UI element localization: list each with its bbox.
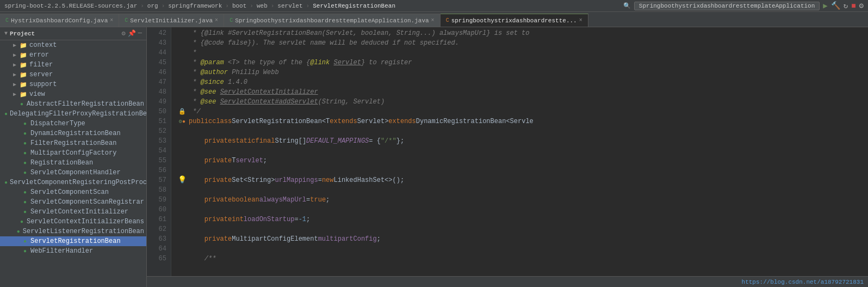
sidebar-item-server[interactable]: ▶ 📁 server xyxy=(0,70,146,80)
sidebar-gear-icon[interactable]: ⚙ xyxy=(122,29,126,38)
code-line-63: private MultipartConfigElement multipart… xyxy=(178,234,868,244)
tab-app-main[interactable]: C Springboothystrixdashboardresttemplate… xyxy=(224,14,441,27)
sidebar-item-webfilter[interactable]: ● WebFilterHandler xyxy=(0,246,146,256)
sidebar-title: Project xyxy=(10,30,35,37)
sidebar-item-label: ServletRegistrationBean xyxy=(30,237,121,245)
sidebar-item-context[interactable]: ▶ 📁 context xyxy=(0,40,146,50)
sidebar-pin-icon[interactable]: 📌 xyxy=(128,29,136,38)
code-line-54 xyxy=(178,146,868,156)
sidebar-item-servletcompscan[interactable]: ● ServletComponentScan xyxy=(0,187,146,197)
settings-button[interactable]: ⚙ xyxy=(859,1,864,10)
tab-icon-0: C xyxy=(5,17,9,23)
sidebar-item-error[interactable]: ▶ 📁 error xyxy=(0,50,146,60)
sidebar-item-label: AbstractFilterRegistrationBean xyxy=(27,100,144,108)
arrow-icon: ▶ xyxy=(13,81,18,88)
sidebar-item-label: error xyxy=(29,51,49,59)
sidebar-collapse-icon[interactable]: ▼ xyxy=(4,30,8,36)
class-icon: ● xyxy=(22,190,28,196)
run-button[interactable]: ▶ xyxy=(823,1,827,10)
sidebar-item-abstractfilter[interactable]: ● AbstractFilterRegistrationBean xyxy=(0,99,146,109)
sidebar-item-label: MultipartConfigFactory xyxy=(30,149,116,157)
folder-icon: 📁 xyxy=(20,52,27,59)
folder-icon: 📁 xyxy=(20,62,27,69)
sidebar-item-servletctxinit[interactable]: ● ServletContextInitializer xyxy=(0,207,146,217)
sidebar-item-support[interactable]: ▶ 📁 support xyxy=(0,80,146,89)
code-line-65: /** xyxy=(178,254,868,264)
gutter-57: 💡 xyxy=(178,175,187,185)
project-sidebar: ▼ Project ⚙ 📌 — ▶ 📁 context ▶ 📁 error ▶ … xyxy=(0,27,147,287)
sidebar-item-view[interactable]: ▶ 📁 view xyxy=(0,89,146,99)
build-button[interactable]: 🔨 xyxy=(831,1,840,10)
sidebar-item-servletreg[interactable]: ● ServletRegistrationBean xyxy=(0,236,146,246)
sidebar-item-servletcompscanreg[interactable]: ● ServletComponentScanRegistrar xyxy=(0,197,146,207)
breadcrumb-boot[interactable]: boot xyxy=(232,3,246,9)
arrow-icon: ▶ xyxy=(13,71,18,78)
sidebar-item-multipart[interactable]: ● MultipartConfigFactory xyxy=(0,148,146,158)
tab-close-3[interactable]: × xyxy=(579,17,582,23)
search-icon: 🔍 xyxy=(623,2,631,9)
breadcrumb-web[interactable]: web xyxy=(257,3,268,9)
class-icon: ● xyxy=(19,219,24,225)
run-config-name[interactable]: SpringboothystrixdashboardresttemplateAp… xyxy=(634,2,820,10)
tab-close-0[interactable]: × xyxy=(110,17,113,23)
sidebar-item-dispatchertype[interactable]: ● DispatcherType xyxy=(0,119,146,129)
sidebar-item-servletcomp[interactable]: ● ServletComponentHandler xyxy=(0,168,146,178)
update-button[interactable]: ↻ xyxy=(844,1,848,10)
code-line-45: * @param <T> the type of the {@link Serv… xyxy=(178,58,868,68)
breadcrumb-org[interactable]: org xyxy=(147,3,158,9)
breadcrumb-servlet[interactable]: servlet xyxy=(277,3,302,9)
class-icon: ● xyxy=(22,131,28,137)
tab-label-3: springboothystrixdashboardrestte... xyxy=(451,17,577,24)
sidebar-item-label: ServletContextInitializerBeans xyxy=(27,218,144,225)
folder-icon: 📁 xyxy=(20,91,27,98)
code-line-58 xyxy=(178,185,868,195)
class-icon: ● xyxy=(4,111,8,117)
sidebar-item-servletctxinitbeans[interactable]: ● ServletContextInitializerBeans xyxy=(0,217,146,227)
breadcrumb-jar[interactable]: spring-boot-2.2.5.RELEASE-sources.jar xyxy=(4,3,137,9)
class-icon: ● xyxy=(22,199,28,205)
sidebar-item-servletlistener[interactable]: ● ServletListenerRegistrationBean xyxy=(0,227,146,236)
folder-icon: 📁 xyxy=(20,42,27,49)
sidebar-item-filterreg[interactable]: ● FilterRegistrationBean xyxy=(0,138,146,148)
sidebar-item-delegating[interactable]: ● DelegatingFilterProxyRegistrationBean xyxy=(0,109,146,119)
sidebar-item-label: DispatcherType xyxy=(30,120,85,127)
code-line-51: ⚙● public class ServletRegistrationBean<… xyxy=(178,117,868,126)
arrow-icon: ▶ xyxy=(13,52,18,58)
sidebar-item-label: ServletComponentScan xyxy=(30,188,109,196)
arrow-icon: ▶ xyxy=(13,91,18,97)
sidebar-item-label: context xyxy=(29,41,57,49)
sidebar-item-label: filter xyxy=(29,61,53,69)
code-line-57: 💡 private Set<String> urlMappings = new … xyxy=(178,175,868,185)
url-link[interactable]: https://blog.csdn.net/a18792721831 xyxy=(742,279,864,285)
code-line-50: 🔒 */ xyxy=(178,107,868,117)
stop-button[interactable]: ■ xyxy=(851,2,855,10)
code-line-53: private static final String[] DEFAULT_MA… xyxy=(178,136,868,146)
class-icon: ● xyxy=(4,180,8,186)
code-editor[interactable]: 42 43 44 45 46 47 48 49 50 51 52 53 54 5… xyxy=(147,27,868,287)
folder-icon: 📁 xyxy=(20,81,27,88)
status-bar: https://blog.csdn.net/a18792721831 xyxy=(147,276,868,287)
code-scroll-area[interactable]: 42 43 44 45 46 47 48 49 50 51 52 53 54 5… xyxy=(147,27,868,276)
class-icon: ● xyxy=(22,141,28,146)
code-line-48: * @see ServletContextInitializer xyxy=(178,87,868,97)
tab-servlet-reg[interactable]: C springboothystrixdashboardrestte... × xyxy=(441,14,588,27)
tab-close-2[interactable]: × xyxy=(431,17,435,23)
sidebar-item-servletcompreg[interactable]: ● ServletComponentRegisteringPostProcess… xyxy=(0,178,146,187)
class-icon: ● xyxy=(22,121,28,127)
tab-icon-1: C xyxy=(125,17,128,23)
breadcrumb-springframework[interactable]: springframework xyxy=(168,3,222,9)
sidebar-item-label: ServletComponentRegisteringPostProcessor xyxy=(10,179,147,186)
code-line-52 xyxy=(178,126,868,136)
code-content[interactable]: * {@link #ServletRegistrationBean(Servle… xyxy=(171,27,868,276)
sidebar-item-dynamic[interactable]: ● DynamicRegistrationBean xyxy=(0,129,146,138)
sidebar-item-filter[interactable]: ▶ 📁 filter xyxy=(0,60,146,70)
tab-hystrix-config[interactable]: C HystrixDashboardConfig.java × xyxy=(0,14,119,27)
sidebar-minimize-icon[interactable]: — xyxy=(138,29,142,38)
tab-close-1[interactable]: × xyxy=(215,17,218,23)
sidebar-item-regbean[interactable]: ● RegistrationBean xyxy=(0,158,146,168)
gutter-51: ⚙● xyxy=(178,117,187,127)
tab-label-0: HystrixDashboardConfig.java xyxy=(11,17,108,24)
breadcrumb-active[interactable]: ServletRegistrationBean xyxy=(313,3,395,9)
tab-servlet-initializer[interactable]: C ServletInitializer.java × xyxy=(119,14,224,27)
tab-icon-2: C xyxy=(230,17,233,23)
